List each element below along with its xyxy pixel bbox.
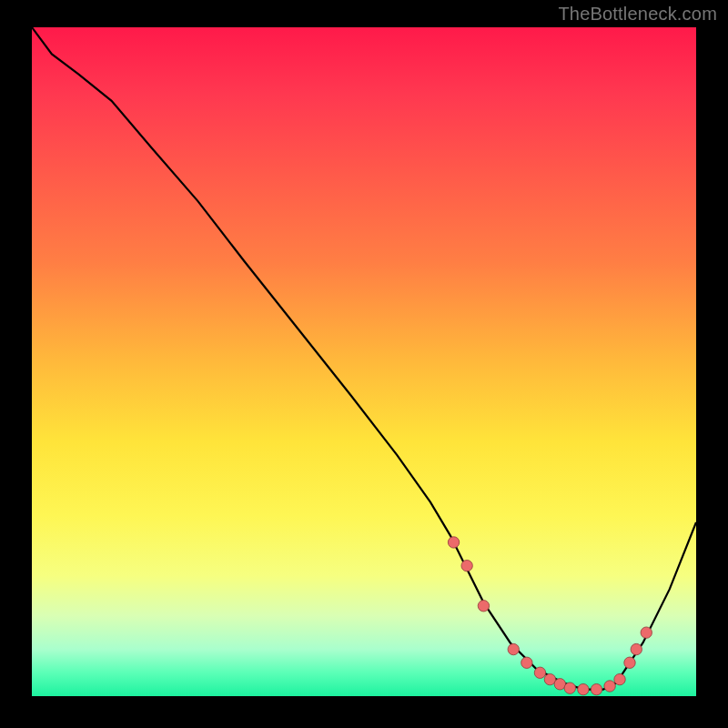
marker-dot [624, 657, 635, 668]
marker-dot [554, 679, 565, 690]
marker-dot [631, 643, 642, 654]
marker-dot [544, 673, 555, 684]
marker-dot [591, 683, 602, 694]
marker-dot [614, 673, 625, 684]
marker-dot [508, 643, 519, 654]
marker-dot [564, 682, 575, 693]
plot-frame [32, 27, 696, 696]
marker-dot [604, 681, 615, 692]
watermark-text: TheBottleneck.com [558, 4, 717, 25]
plot-svg [32, 27, 696, 696]
marker-dot [521, 657, 532, 668]
marker-dot [534, 667, 545, 678]
chart-stage: TheBottleneck.com [0, 0, 728, 728]
marker-dot [641, 627, 652, 638]
marker-dot [461, 560, 472, 571]
marker-dot [478, 601, 489, 612]
marker-dot [448, 537, 459, 548]
marker-dot [578, 683, 589, 694]
gradient-rect [32, 27, 696, 696]
